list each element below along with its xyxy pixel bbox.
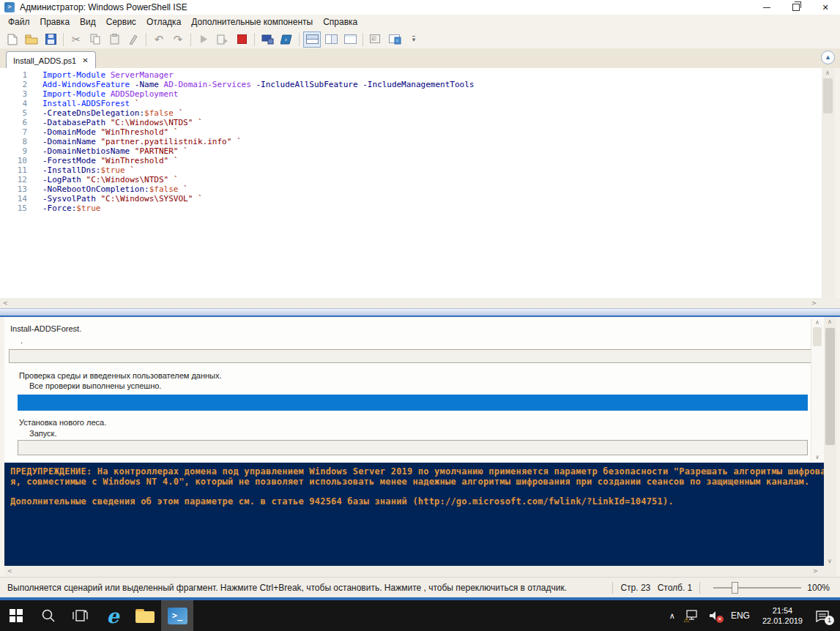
close-button[interactable]: ✕	[811, 0, 840, 15]
progress-bar-install	[18, 440, 808, 455]
paste-icon[interactable]	[105, 31, 123, 48]
scroll-right-icon[interactable]: >	[813, 568, 818, 575]
stop-operation-icon[interactable]	[233, 31, 250, 48]
internet-explorer-icon: e	[106, 606, 119, 626]
show-script-pane-icon[interactable]: ›	[386, 31, 404, 48]
line-number: 1	[0, 70, 27, 80]
tray-expand-button[interactable]: ∧	[669, 611, 675, 621]
clear-console-icon[interactable]	[124, 31, 142, 48]
line-number: 12	[0, 175, 27, 184]
collapse-editor-button[interactable]: ▲	[821, 51, 835, 64]
code-line: 13-NoRebootOnCompletion:$false `	[0, 184, 822, 194]
volume-button[interactable]: ✕	[709, 611, 721, 621]
script-editor[interactable]: 1Import-Module ServerManager2Add-Windows…	[0, 68, 822, 298]
console-progress-area[interactable]: Install-ADDSForest. . Проверка среды и в…	[4, 317, 824, 463]
code-text: Import-Module ADDSDeployment	[42, 89, 178, 99]
scrollbar-corner	[824, 566, 836, 577]
save-icon[interactable]	[42, 31, 59, 48]
search-button[interactable]	[32, 600, 64, 631]
script-pane-right-icon[interactable]	[322, 31, 340, 48]
code-line: 1Import-Module ServerManager	[0, 70, 822, 80]
editor-vertical-scrollbar[interactable]: ∧	[822, 68, 835, 298]
menu-файл[interactable]: Файл	[3, 15, 35, 30]
window-title: Администратор: Windows PowerShell ISE	[20, 2, 187, 12]
network-status-button[interactable]: ⚠	[685, 610, 699, 621]
copy-icon[interactable]	[86, 31, 104, 48]
scroll-left-icon[interactable]: <	[7, 568, 12, 575]
menu-сервис[interactable]: Сервис	[101, 15, 141, 30]
redo-icon[interactable]: ↷	[169, 31, 187, 48]
console-dot-line: .	[21, 336, 23, 345]
toolbar: ✂↶↷›››▾	[0, 30, 840, 49]
command-addon-icon[interactable]: ›	[367, 31, 384, 48]
line-number: 13	[0, 184, 27, 194]
code-line: 9-DomainNetbiosName "PARTNER" `	[0, 146, 822, 156]
code-line: 15-Force:$true	[0, 204, 822, 213]
undo-icon[interactable]: ↶	[150, 31, 168, 48]
code-text: -CreateDnsDelegation:$false `	[42, 108, 183, 118]
status-bar: Выполняется сценарий или выделенный фраг…	[0, 577, 840, 597]
console-output-area[interactable]: ПРЕДУПРЕЖДЕНИЕ: На контроллерах домена п…	[4, 463, 824, 566]
notification-center-button[interactable]: 1	[815, 610, 830, 622]
scroll-left-icon[interactable]: <	[3, 300, 8, 307]
console-vertical-scrollbar[interactable]: ∧ ∨	[824, 317, 836, 566]
zoom-slider-thumb[interactable]	[732, 582, 738, 594]
run-script-icon[interactable]	[195, 31, 212, 48]
script-pane-maximized-icon[interactable]	[341, 31, 359, 48]
progress-area-scrollbar[interactable]: ∧ ∨	[811, 318, 824, 461]
menu-справка[interactable]: Справка	[318, 15, 363, 30]
menu-правка[interactable]: Правка	[35, 15, 75, 30]
editor-horizontal-scrollbar[interactable]: < >	[0, 298, 840, 308]
progress-scroll-thumb[interactable]	[813, 327, 822, 346]
new-remote-powershell-tab-icon[interactable]	[259, 31, 276, 48]
menu-вид[interactable]: Вид	[75, 15, 101, 30]
scroll-up-icon[interactable]: ∧	[815, 319, 819, 326]
zoom-slider-track[interactable]	[713, 587, 801, 589]
line-number: 4	[0, 99, 27, 108]
editor-scroll-thumb[interactable]	[823, 78, 833, 113]
open-file-icon[interactable]	[23, 31, 40, 48]
console-scroll-thumb[interactable]	[825, 328, 835, 445]
clock-date: 22.01.2019	[762, 616, 803, 626]
clock[interactable]: 21:54 22.01.2019	[762, 605, 803, 626]
code-line: 10-ForestMode "WinThreshold" `	[0, 156, 822, 165]
scroll-right-icon[interactable]: >	[811, 300, 817, 307]
task-view-button[interactable]	[64, 600, 97, 631]
start-powershell-icon[interactable]: ›	[278, 31, 295, 48]
install-progress-status: Запуск.	[29, 429, 56, 438]
toolbar-separator	[63, 33, 64, 46]
tab-strip: Install_ADDS.ps1 ✕	[0, 49, 840, 68]
script-pane-top-icon[interactable]	[303, 31, 321, 48]
new-file-icon[interactable]	[4, 31, 21, 48]
overflow-icon[interactable]: ▾	[405, 31, 423, 48]
scroll-down-icon[interactable]: ∨	[815, 454, 819, 460]
code-line: 12-LogPath "C:\Windows\NTDS" `	[0, 175, 822, 184]
menu-дополнительные-компоненты[interactable]: Дополнительные компоненты	[186, 15, 318, 30]
file-explorer-icon	[135, 609, 155, 623]
title-bar: > Администратор: Windows PowerShell ISE …	[0, 0, 840, 15]
internet-explorer-button[interactable]: e	[97, 600, 129, 631]
pane-splitter[interactable]	[0, 308, 840, 317]
start-button[interactable]	[0, 600, 32, 631]
menu-отладка[interactable]: Отладка	[141, 15, 186, 30]
line-number: 9	[0, 146, 27, 156]
minimize-button[interactable]	[752, 0, 781, 15]
code-line: 8-DomainName "partner.pyatilistnik.info"…	[0, 137, 822, 146]
powershell-ise-taskbar-button[interactable]: >_	[161, 600, 193, 631]
console-horizontal-scrollbar[interactable]: < >	[4, 566, 824, 577]
file-explorer-button[interactable]	[129, 600, 161, 631]
restore-button[interactable]	[781, 0, 811, 15]
taskbar: e >_ ∧ ⚠ ✕ ENG 21:54 22.01.2019	[0, 600, 840, 631]
scroll-up-icon[interactable]: ∧	[825, 70, 830, 76]
chevron-up-icon: ∧	[669, 611, 675, 621]
tab-close-icon[interactable]: ✕	[82, 56, 88, 64]
search-icon	[41, 608, 56, 623]
scroll-up-icon[interactable]: ∧	[828, 318, 832, 325]
tab-install-adds[interactable]: Install_ADDS.ps1 ✕	[6, 51, 96, 69]
zoom-slider[interactable]	[713, 582, 801, 594]
cut-icon[interactable]: ✂	[67, 31, 85, 48]
run-selection-icon[interactable]	[214, 31, 231, 48]
code-line: 11-InstallDns:$true `	[0, 165, 822, 175]
language-indicator[interactable]: ENG	[731, 611, 750, 621]
scroll-down-icon[interactable]: ∨	[828, 558, 832, 564]
